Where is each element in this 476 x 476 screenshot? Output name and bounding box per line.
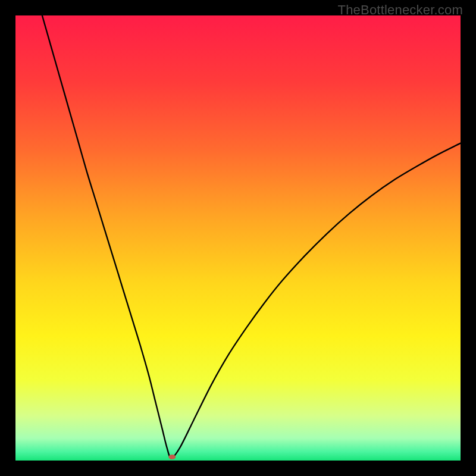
chart-frame: TheBottlenecker.com bbox=[0, 0, 476, 476]
chart-svg bbox=[15, 15, 461, 461]
min-marker bbox=[168, 455, 176, 459]
plot-area bbox=[15, 15, 461, 461]
gradient-background bbox=[15, 15, 461, 461]
